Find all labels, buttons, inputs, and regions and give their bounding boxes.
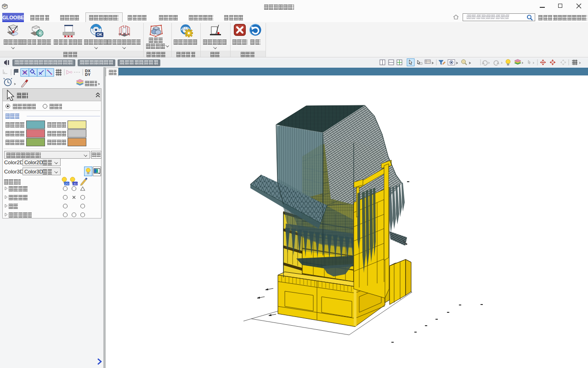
svg-text:DY: DY (85, 72, 90, 77)
svg-text:OK: OK (96, 32, 103, 37)
